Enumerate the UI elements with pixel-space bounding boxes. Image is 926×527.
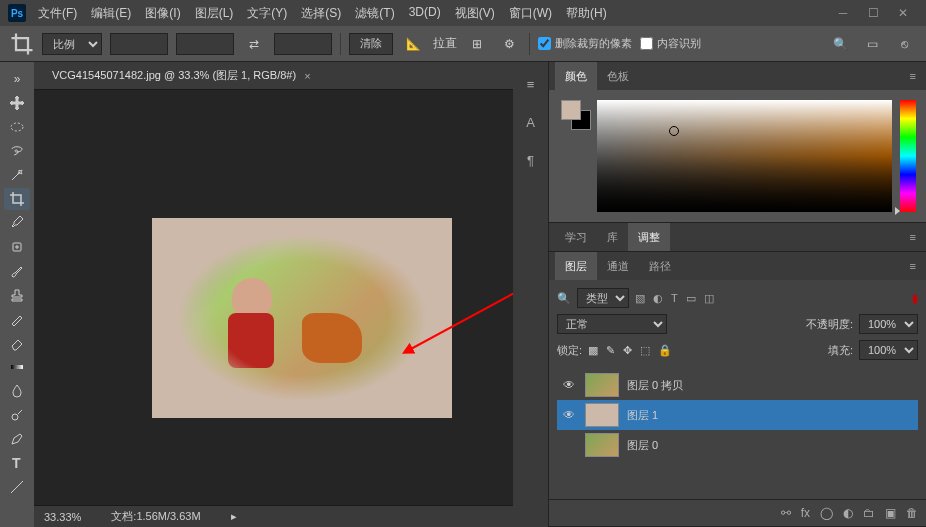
eyedropper-tool[interactable] bbox=[4, 212, 30, 234]
group-icon[interactable]: 🗀 bbox=[863, 506, 875, 520]
doc-info[interactable]: 文档:1.56M/3.63M bbox=[111, 509, 200, 524]
lock-transparent-icon[interactable]: ▩ bbox=[588, 344, 598, 357]
delete-cropped-checkbox[interactable]: 删除裁剪的像素 bbox=[538, 36, 632, 51]
menu-view[interactable]: 视图(V) bbox=[455, 5, 495, 22]
menu-3d[interactable]: 3D(D) bbox=[409, 5, 441, 22]
fill-input[interactable]: 100% bbox=[859, 340, 918, 360]
kind-search-icon[interactable]: 🔍 bbox=[557, 292, 571, 305]
document-tab[interactable]: VCG41545071482.jpg @ 33.3% (图层 1, RGB/8#… bbox=[46, 68, 317, 83]
menu-select[interactable]: 选择(S) bbox=[301, 5, 341, 22]
maximize-button[interactable]: ☐ bbox=[858, 2, 888, 24]
filter-adjust-icon[interactable]: ◐ bbox=[653, 292, 663, 305]
tab-library[interactable]: 库 bbox=[597, 223, 628, 251]
tab-swatches[interactable]: 色板 bbox=[597, 62, 639, 90]
layer-name[interactable]: 图层 0 拷贝 bbox=[627, 378, 683, 393]
tab-paths[interactable]: 路径 bbox=[639, 252, 681, 280]
crop-height-input[interactable] bbox=[176, 33, 234, 55]
blur-tool[interactable] bbox=[4, 380, 30, 402]
opacity-input[interactable]: 100% bbox=[859, 314, 918, 334]
close-tab-icon[interactable]: × bbox=[304, 70, 310, 82]
canvas-area[interactable] bbox=[34, 90, 513, 505]
fg-bg-swatches[interactable] bbox=[559, 100, 589, 212]
gradient-tool[interactable] bbox=[4, 356, 30, 378]
search-icon[interactable]: 🔍 bbox=[828, 32, 852, 56]
clear-button[interactable]: 清除 bbox=[349, 33, 393, 55]
adjustment-layer-icon[interactable]: ◐ bbox=[843, 506, 853, 520]
filter-type-icon[interactable]: T bbox=[671, 292, 678, 305]
color-field[interactable] bbox=[597, 100, 892, 212]
eraser-tool[interactable] bbox=[4, 332, 30, 354]
new-layer-icon[interactable]: ▣ bbox=[885, 506, 896, 520]
blend-mode-select[interactable]: 正常 bbox=[557, 314, 667, 334]
close-button[interactable]: ✕ bbox=[888, 2, 918, 24]
healing-tool[interactable] bbox=[4, 236, 30, 258]
content-aware-checkbox[interactable]: 内容识别 bbox=[640, 36, 701, 51]
tab-layers[interactable]: 图层 bbox=[555, 252, 597, 280]
straighten-icon[interactable]: 📐 bbox=[401, 32, 425, 56]
lock-artboard-icon[interactable]: ⬚ bbox=[640, 344, 650, 357]
share-icon[interactable]: ⎋ bbox=[892, 32, 916, 56]
menu-layer[interactable]: 图层(L) bbox=[195, 5, 234, 22]
menu-help[interactable]: 帮助(H) bbox=[566, 5, 607, 22]
gear-icon[interactable]: ⚙ bbox=[497, 32, 521, 56]
rail-paragraph-icon[interactable]: ¶ bbox=[521, 150, 541, 170]
filter-shape-icon[interactable]: ▭ bbox=[686, 292, 696, 305]
overlay-icon[interactable]: ⊞ bbox=[465, 32, 489, 56]
visibility-icon[interactable] bbox=[561, 437, 577, 454]
layer-item[interactable]: 👁 图层 1 bbox=[557, 400, 918, 430]
menu-window[interactable]: 窗口(W) bbox=[509, 5, 552, 22]
path-tool[interactable] bbox=[4, 476, 30, 498]
crop-res-input[interactable] bbox=[274, 33, 332, 55]
expand-tools-icon[interactable]: » bbox=[4, 68, 30, 90]
crop-tool[interactable] bbox=[4, 188, 30, 210]
layer-item[interactable]: 👁 图层 0 拷贝 bbox=[557, 370, 918, 400]
layer-thumbnail[interactable] bbox=[585, 433, 619, 457]
rail-character-icon[interactable]: A bbox=[521, 112, 541, 132]
lock-all-icon[interactable]: 🔒 bbox=[658, 344, 672, 357]
layer-thumbnail[interactable] bbox=[585, 403, 619, 427]
magic-wand-tool[interactable] bbox=[4, 164, 30, 186]
crop-width-input[interactable] bbox=[110, 33, 168, 55]
panel-menu-icon[interactable]: ≡ bbox=[900, 252, 926, 280]
swap-icon[interactable]: ⇄ bbox=[242, 32, 266, 56]
history-brush-tool[interactable] bbox=[4, 308, 30, 330]
kind-select[interactable]: 类型 bbox=[577, 288, 629, 308]
foreground-swatch[interactable] bbox=[561, 100, 581, 120]
minimize-button[interactable]: ─ bbox=[828, 2, 858, 24]
status-arrow-icon[interactable]: ▸ bbox=[231, 510, 237, 523]
tab-learn[interactable]: 学习 bbox=[555, 223, 597, 251]
move-tool[interactable] bbox=[4, 92, 30, 114]
filter-toggle-icon[interactable]: ▮ bbox=[912, 292, 918, 305]
rail-history-icon[interactable]: ≡ bbox=[521, 74, 541, 94]
menu-filter[interactable]: 滤镜(T) bbox=[355, 5, 394, 22]
fx-icon[interactable]: fx bbox=[801, 506, 810, 520]
tab-color[interactable]: 颜色 bbox=[555, 62, 597, 90]
menu-type[interactable]: 文字(Y) bbox=[247, 5, 287, 22]
delete-layer-icon[interactable]: 🗑 bbox=[906, 506, 918, 520]
stamp-tool[interactable] bbox=[4, 284, 30, 306]
lock-position-icon[interactable]: ✥ bbox=[623, 344, 632, 357]
visibility-icon[interactable]: 👁 bbox=[561, 378, 577, 392]
link-layers-icon[interactable]: ⚯ bbox=[781, 506, 791, 520]
lock-brush-icon[interactable]: ✎ bbox=[606, 344, 615, 357]
workspace-icon[interactable]: ▭ bbox=[860, 32, 884, 56]
canvas[interactable] bbox=[152, 218, 452, 418]
brush-tool[interactable] bbox=[4, 260, 30, 282]
menu-file[interactable]: 文件(F) bbox=[38, 5, 77, 22]
layer-name[interactable]: 图层 1 bbox=[627, 408, 658, 423]
panel-menu-icon[interactable]: ≡ bbox=[900, 223, 926, 251]
ratio-select[interactable]: 比例 bbox=[42, 33, 102, 55]
hue-slider[interactable] bbox=[900, 100, 916, 212]
filter-image-icon[interactable]: ▧ bbox=[635, 292, 645, 305]
menu-edit[interactable]: 编辑(E) bbox=[91, 5, 131, 22]
lasso-tool[interactable] bbox=[4, 140, 30, 162]
dodge-tool[interactable] bbox=[4, 404, 30, 426]
panel-menu-icon[interactable]: ≡ bbox=[900, 62, 926, 90]
filter-smart-icon[interactable]: ◫ bbox=[704, 292, 714, 305]
layer-item[interactable]: 图层 0 bbox=[557, 430, 918, 460]
menu-image[interactable]: 图像(I) bbox=[145, 5, 180, 22]
layer-name[interactable]: 图层 0 bbox=[627, 438, 658, 453]
pen-tool[interactable] bbox=[4, 428, 30, 450]
visibility-icon[interactable]: 👁 bbox=[561, 408, 577, 422]
mask-icon[interactable]: ◯ bbox=[820, 506, 833, 520]
